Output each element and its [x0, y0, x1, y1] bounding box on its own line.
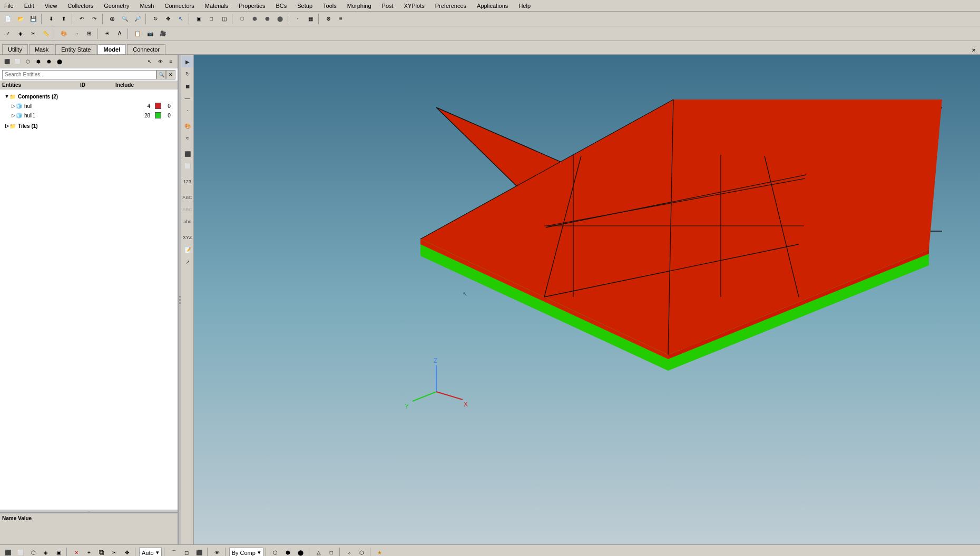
bt-mesh5[interactable]: ▣ [53, 547, 64, 557]
wireframe-btn[interactable]: □ [205, 13, 217, 25]
vt-num-btn[interactable]: 123 [182, 176, 193, 187]
lp-icon5[interactable]: ⬣ [44, 57, 54, 66]
search-button[interactable]: 🔍 [156, 70, 166, 80]
vt-face-btn[interactable]: ◼ [182, 80, 193, 92]
bt-tri-btn[interactable]: △ [313, 547, 325, 557]
vt-edge-btn[interactable]: — [182, 92, 193, 104]
pan-btn[interactable]: ✥ [162, 13, 174, 25]
menu-connectors[interactable]: Connectors [162, 2, 196, 10]
menu-preferences[interactable]: Preferences [433, 2, 468, 10]
bt-tetmesh-btn[interactable]: ⬦ [344, 547, 355, 557]
expand-hull[interactable]: ▷ [11, 103, 16, 108]
tab-mask[interactable]: Mask [29, 44, 54, 54]
menu-edit[interactable]: Edit [22, 2, 36, 10]
bt-delete-btn[interactable]: ✕ [71, 547, 82, 557]
menu-view[interactable]: View [43, 2, 60, 10]
bt-star-btn[interactable]: ★ [374, 547, 386, 557]
rightv-btn[interactable]: ⬤ [274, 13, 286, 25]
fit-btn[interactable]: ⊕ [106, 13, 118, 25]
tab-connector[interactable]: Connector [127, 44, 165, 54]
vt-xyz-btn[interactable]: XYZ [182, 232, 193, 243]
bycomp-dropdown[interactable]: By Comp ▾ [229, 548, 263, 557]
section-cut-btn[interactable]: ✂ [27, 28, 39, 39]
morph-btn[interactable]: ◈ [15, 28, 26, 39]
menu-mesh[interactable]: Mesh [138, 2, 156, 10]
render-btn[interactable]: ▣ [193, 13, 204, 25]
bt-surf-btn[interactable]: ◻ [181, 547, 192, 557]
export-btn[interactable]: ⬆ [58, 13, 70, 25]
lp-icon3[interactable]: ⬡ [23, 57, 33, 66]
menu-collectors[interactable]: Collectors [65, 2, 95, 10]
elems-btn[interactable]: ▦ [305, 13, 316, 25]
frontv-btn[interactable]: ⬣ [261, 13, 273, 25]
contour-btn[interactable]: 🎨 [58, 28, 70, 39]
menu-materials[interactable]: Materials [203, 2, 231, 10]
search-clear-btn[interactable]: ✕ [166, 70, 175, 80]
vt-isolate-btn[interactable]: ⬛ [182, 148, 193, 160]
bt-mesh4[interactable]: ◈ [40, 547, 52, 557]
options-btn[interactable]: ≡ [335, 13, 347, 25]
vector-btn[interactable]: → [71, 28, 82, 39]
mesh-check-btn[interactable]: ✓ [2, 28, 14, 39]
measure-btn[interactable]: 📏 [40, 28, 52, 39]
bt-move-btn[interactable]: ✥ [121, 547, 133, 557]
lp-layers-btn[interactable]: ≡ [166, 57, 175, 66]
tab-entity-state[interactable]: Entity State [55, 44, 96, 54]
bt-add-btn[interactable]: + [83, 547, 95, 557]
close-panel-btn[interactable]: ✕ [969, 46, 978, 54]
topv-btn[interactable]: ⬢ [249, 13, 260, 25]
expand-hull1[interactable]: ▷ [11, 113, 16, 118]
bt-solid-btn[interactable]: ⬛ [193, 547, 205, 557]
menu-file[interactable]: File [2, 2, 16, 10]
vt-showall-btn[interactable]: ⬜ [182, 160, 193, 172]
new-btn[interactable]: 📄 [2, 13, 14, 25]
lp-icon6[interactable]: ⬤ [55, 57, 64, 66]
menu-help[interactable]: Help [516, 2, 533, 10]
open-btn[interactable]: 📂 [15, 13, 26, 25]
lp-icon1[interactable]: ⬛ [2, 57, 12, 66]
menu-tools[interactable]: Tools [321, 2, 339, 10]
tiles-node[interactable]: ▷ 📁 Tiles (1) [2, 121, 175, 131]
vt-label-btn[interactable]: ABC [182, 192, 193, 203]
import-btn[interactable]: ⬇ [45, 13, 57, 25]
hull1-color[interactable] [155, 112, 161, 118]
menu-bcs[interactable]: BCs [274, 2, 289, 10]
hull-row[interactable]: ▷ 🧊 hull 4 0 [2, 101, 175, 111]
vt-arrow-btn[interactable]: ↗ [182, 256, 193, 267]
bt-dup-btn[interactable]: ⿻ [96, 547, 107, 557]
bt-split-btn[interactable]: ✂ [109, 547, 120, 557]
redo-btn[interactable]: ↷ [89, 13, 100, 25]
light-btn[interactable]: ☀ [101, 28, 113, 39]
auto-dropdown[interactable]: Auto ▾ [139, 548, 162, 557]
tab-model[interactable]: Model [97, 44, 126, 54]
vt-deform-btn[interactable]: ≈ [182, 132, 193, 144]
nodes-btn[interactable]: · [292, 13, 303, 25]
menu-morphing[interactable]: Morphing [345, 2, 374, 10]
capture-btn[interactable]: 📷 [144, 28, 156, 39]
hull1-row[interactable]: ▷ 🧊 hull1 28 0 [2, 111, 175, 120]
viewport[interactable]: Z Y X ↖ [194, 55, 980, 544]
hull-color[interactable] [155, 103, 161, 109]
vt-select-btn[interactable]: ▶ [182, 56, 193, 67]
lp-icon2[interactable]: ⬜ [13, 57, 22, 66]
isov-btn[interactable]: ⬡ [236, 13, 248, 25]
save-btn[interactable]: 💾 [27, 13, 39, 25]
menu-xyplots[interactable]: XYPlots [402, 2, 427, 10]
expand-tiles[interactable]: ▷ [4, 123, 9, 128]
bt-m1[interactable]: ⬡ [270, 547, 281, 557]
menu-post[interactable]: Post [380, 2, 396, 10]
video-btn[interactable]: 🎥 [157, 28, 169, 39]
vt-note-btn[interactable]: 📝 [182, 244, 193, 255]
settings-btn[interactable]: ⚙ [322, 13, 334, 25]
tab-utility[interactable]: Utility [2, 44, 28, 54]
vt-point-btn[interactable]: · [182, 104, 193, 116]
bt-mesh3[interactable]: ⬡ [27, 547, 39, 557]
report-btn[interactable]: 📋 [132, 28, 143, 39]
bt-m2[interactable]: ⬢ [282, 547, 294, 557]
hidden-btn[interactable]: ◫ [218, 13, 230, 25]
vt-label3-btn[interactable]: abc [182, 216, 193, 227]
vt-label2-btn[interactable]: ABC [182, 204, 193, 215]
bt-quad-btn[interactable]: □ [326, 547, 337, 557]
bt-mesh1[interactable]: ⬛ [2, 547, 14, 557]
components-node[interactable]: ▼ 📁 Components (2) [2, 92, 175, 101]
